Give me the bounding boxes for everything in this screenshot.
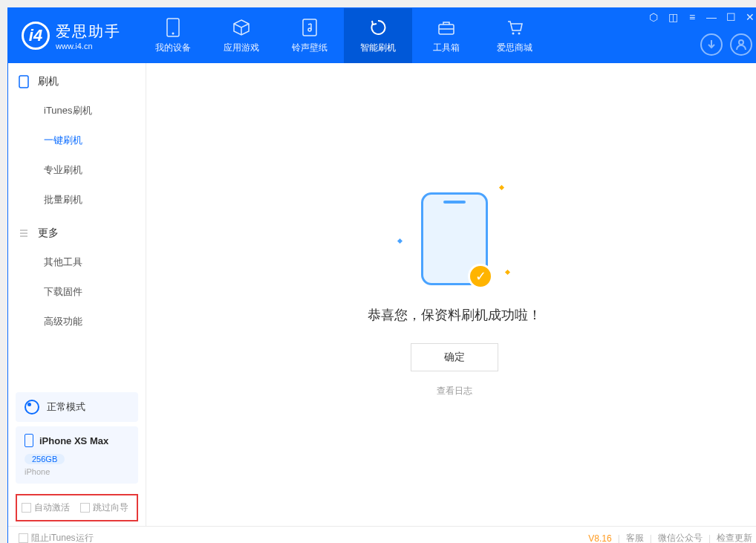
svg-point-6: [518, 32, 521, 34]
checkbox-auto-activate[interactable]: 自动激活: [22, 501, 70, 514]
brand-name: 爱思助手: [56, 22, 121, 42]
tab-apps-games[interactable]: 应用游戏: [207, 8, 276, 63]
brand-url: www.i4.cn: [56, 42, 121, 51]
logo-area[interactable]: i4 爱思助手 www.i4.cn: [22, 22, 121, 51]
sidebar-section-title: 刷机: [38, 75, 59, 88]
success-message: 恭喜您，保资料刷机成功啦！: [368, 306, 541, 324]
checkbox-skip-guide[interactable]: 跳过向导: [80, 501, 128, 514]
tab-label: 应用游戏: [224, 42, 259, 54]
device-info-box[interactable]: iPhone XS Max 256GB iPhone: [16, 426, 138, 484]
view-log-link[interactable]: 查看日志: [437, 385, 472, 397]
nav-tabs: 我的设备 应用游戏 铃声壁纸 智能刷机 工具箱 爱思商城: [139, 8, 549, 63]
checkbox-icon: [19, 533, 28, 543]
window-controls: ⬡ ◫ ≡ ― ☐ ✕: [647, 11, 756, 23]
bottom-options-highlighted: 自动激活 跳过向导: [16, 494, 138, 521]
tab-mall[interactable]: 爱思商城: [480, 8, 549, 63]
sparkle-icon: [499, 184, 504, 189]
ok-button[interactable]: 确定: [411, 343, 498, 371]
sidebar-item-one-click-flash[interactable]: 一键刷机: [8, 126, 146, 155]
sparkle-icon: [397, 238, 403, 243]
sidebar-section-title: 更多: [38, 227, 59, 240]
sidebar-section-more: 更多: [8, 215, 146, 247]
phone-mini-icon: [25, 434, 33, 447]
mode-icon: [25, 400, 39, 414]
svg-point-1: [172, 32, 175, 34]
cart-icon: [506, 18, 524, 37]
checkbox-label: 跳过向导: [93, 501, 128, 514]
device-mode-label: 正常模式: [47, 400, 85, 414]
app-window: i4 爱思助手 www.i4.cn 我的设备 应用游戏 铃声壁纸 智能刷机: [7, 7, 756, 543]
customer-service-link[interactable]: 客服: [626, 532, 644, 543]
sidebar: 刷机 iTunes刷机 一键刷机 专业刷机 批量刷机 更多 其他工具 下载固件 …: [8, 63, 146, 526]
sidebar-item-download-firmware[interactable]: 下载固件: [8, 277, 146, 307]
layers-icon[interactable]: ◫: [666, 11, 680, 23]
sidebar-item-other-tools[interactable]: 其他工具: [8, 247, 146, 277]
checkbox-icon: [80, 503, 90, 513]
check-update-link[interactable]: 检查更新: [717, 532, 752, 543]
tab-label: 我的设备: [155, 42, 191, 54]
tab-label: 智能刷机: [360, 42, 396, 54]
svg-point-3: [308, 28, 311, 31]
device-type: iPhone: [25, 467, 129, 476]
list-icon: [19, 228, 32, 238]
sidebar-item-batch-flash[interactable]: 批量刷机: [8, 185, 146, 215]
header-actions: [700, 33, 752, 56]
download-button[interactable]: [700, 33, 723, 56]
tab-smart-flash[interactable]: 智能刷机: [344, 8, 412, 63]
phone-icon: [19, 75, 32, 88]
close-button[interactable]: ✕: [743, 11, 756, 23]
toolbox-icon: [437, 18, 455, 37]
wechat-link[interactable]: 微信公众号: [658, 532, 703, 543]
checkbox-block-itunes[interactable]: 阻止iTunes运行: [19, 532, 94, 543]
device-storage-badge: 256GB: [25, 454, 65, 464]
logo-icon: i4: [22, 22, 50, 50]
sparkle-icon: [505, 269, 510, 274]
menu-icon[interactable]: ≡: [685, 11, 699, 23]
checkbox-label: 阻止iTunes运行: [31, 532, 94, 543]
statusbar: 阻止iTunes运行 V8.16 | 客服 | 微信公众号 | 检查更新: [8, 526, 756, 543]
svg-point-7: [739, 40, 743, 45]
checkbox-label: 自动激活: [34, 501, 70, 514]
tab-label: 铃声壁纸: [292, 42, 328, 54]
body-area: 刷机 iTunes刷机 一键刷机 专业刷机 批量刷机 更多 其他工具 下载固件 …: [8, 63, 756, 526]
minimize-button[interactable]: ―: [705, 11, 718, 23]
brand-text: 爱思助手 www.i4.cn: [56, 22, 121, 51]
svg-rect-2: [303, 19, 316, 36]
version-label: V8.16: [588, 533, 611, 544]
device-name: iPhone XS Max: [39, 435, 108, 446]
svg-rect-8: [19, 76, 28, 88]
sidebar-item-itunes-flash[interactable]: iTunes刷机: [8, 96, 146, 126]
sidebar-section-flash: 刷机: [8, 63, 146, 96]
device-icon: [166, 18, 180, 37]
maximize-button[interactable]: ☐: [724, 11, 737, 23]
checkbox-icon: [22, 503, 31, 513]
music-file-icon: [302, 18, 317, 37]
tab-label: 工具箱: [433, 42, 460, 54]
sidebar-item-pro-flash[interactable]: 专业刷机: [8, 155, 146, 185]
tab-ringtones[interactable]: 铃声壁纸: [276, 8, 344, 63]
user-button[interactable]: [730, 33, 752, 56]
tab-my-device[interactable]: 我的设备: [139, 8, 207, 63]
shirt-icon[interactable]: ⬡: [647, 11, 660, 23]
cube-icon: [232, 18, 250, 37]
sidebar-item-advanced[interactable]: 高级功能: [8, 307, 146, 336]
tab-toolbox[interactable]: 工具箱: [412, 8, 480, 63]
main-content: ✓ 恭喜您，保资料刷机成功啦！ 确定 查看日志: [146, 63, 756, 526]
device-mode-box[interactable]: 正常模式: [16, 392, 138, 422]
titlebar: i4 爱思助手 www.i4.cn 我的设备 应用游戏 铃声壁纸 智能刷机: [8, 8, 756, 63]
check-badge-icon: ✓: [468, 264, 493, 289]
refresh-shield-icon: [369, 18, 387, 37]
tab-label: 爱思商城: [497, 42, 532, 54]
success-phone-illustration: ✓: [421, 192, 488, 285]
svg-point-5: [512, 32, 515, 34]
